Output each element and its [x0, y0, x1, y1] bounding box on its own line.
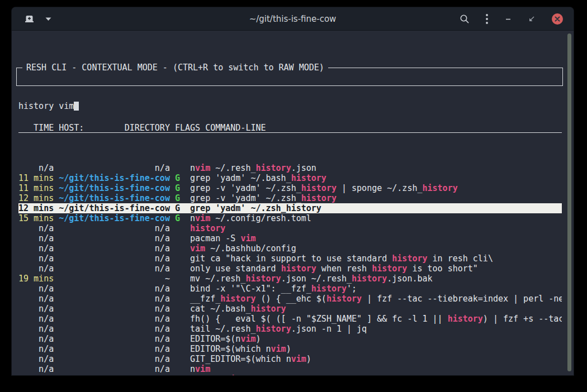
history-row[interactable]: n/a n/a EDITOR=$(which nvim) [18, 344, 562, 354]
resh-search-panel: RESH CLI - CONTEXTUAL MODE - (CTRL+R to … [16, 68, 563, 86]
history-row[interactable]: n/a n/a git ca "hack in support to use s… [18, 254, 562, 264]
history-row[interactable]: n/a n/a which nvim [18, 374, 562, 375]
new-tab-icon [24, 14, 35, 23]
window-title: ~/git/this-is-fine-cow [249, 14, 337, 24]
titlebar-left-controls [12, 13, 53, 25]
history-row[interactable]: n/a n/a nvim ~/.resh_history.json [18, 163, 562, 173]
search-query-text: history vim [18, 101, 74, 111]
search-button[interactable] [458, 13, 471, 25]
titlebar: ~/git/this-is-fine-cow [12, 7, 574, 31]
new-tab-button[interactable] [23, 13, 36, 25]
search-icon [460, 14, 470, 24]
close-button[interactable] [550, 12, 565, 26]
restore-icon [528, 15, 536, 23]
history-row[interactable]: n/a n/a nvim [18, 364, 562, 374]
history-row[interactable]: n/a n/a pacman -S vim [18, 233, 562, 243]
close-icon [551, 13, 564, 25]
history-row[interactable]: 15 mins ~/git/this-is-fine-cow G nvim ~/… [18, 213, 562, 223]
titlebar-right-controls [458, 12, 574, 26]
history-row[interactable]: n/a n/a __fzf_history () { __ehc $(histo… [18, 294, 562, 304]
minimize-button[interactable] [503, 14, 513, 24]
history-row[interactable]: 11 mins ~/git/this-is-fine-cow G grep -v… [18, 183, 562, 193]
history-row-selected[interactable]: 12 mins ~/git/this-is-fine-cow G grep 'y… [18, 203, 562, 213]
menu-button[interactable] [484, 12, 490, 26]
dropdown-caret-icon [45, 17, 52, 21]
search-input[interactable]: history vim [17, 101, 562, 111]
restore-button[interactable] [527, 14, 537, 24]
terminal-viewport[interactable]: RESH CLI - CONTEXTUAL MODE - (CTRL+R to … [12, 31, 574, 375]
history-row[interactable]: n/a n/a cat ~/.bash_history [18, 304, 562, 314]
history-row[interactable]: n/a n/a history [18, 223, 562, 233]
history-row[interactable]: 11 mins ~/git/this-is-fine-cow G grep 'y… [18, 173, 562, 183]
scrollbar[interactable] [567, 34, 571, 371]
history-row[interactable]: n/a n/a fh() { eval $( ([ -n "$ZSH_NAME"… [18, 314, 562, 324]
history-row[interactable]: n/a n/a only use standard history when r… [18, 264, 562, 274]
text-cursor [74, 102, 79, 111]
resh-mode-title: RESH CLI - CONTEXTUAL MODE - (CTRL+R to … [22, 63, 328, 73]
history-row[interactable]: n/a n/a tail ~/.resh_history.json -n 1 |… [18, 324, 562, 334]
history-row[interactable]: n/a n/a GIT_EDITOR=$(which nvim) [18, 354, 562, 364]
history-row[interactable]: n/a n/a EDITOR=$(nvim) [18, 334, 562, 344]
history-row[interactable]: 19 mins ~ mv ~/.resh_history.json ~/.res… [18, 274, 562, 284]
menu-kebab-icon [485, 13, 489, 25]
history-row[interactable]: n/a n/a bind -x '"\C-x1": __fzf_history'… [18, 284, 562, 294]
history-row[interactable]: n/a n/a vim ~/.bashhub/config [18, 243, 562, 254]
terminal-window: ~/git/this-is-fine-cow [12, 7, 574, 375]
history-row[interactable]: 12 mins ~/git/this-is-fine-cow G grep -v… [18, 193, 562, 203]
history-rows: n/a n/a nvim ~/.resh_history.json11 mins… [18, 163, 562, 375]
minimize-icon [504, 15, 512, 23]
desktop-background: ~/git/this-is-fine-cow [0, 0, 587, 392]
new-tab-dropdown-button[interactable] [44, 16, 53, 22]
